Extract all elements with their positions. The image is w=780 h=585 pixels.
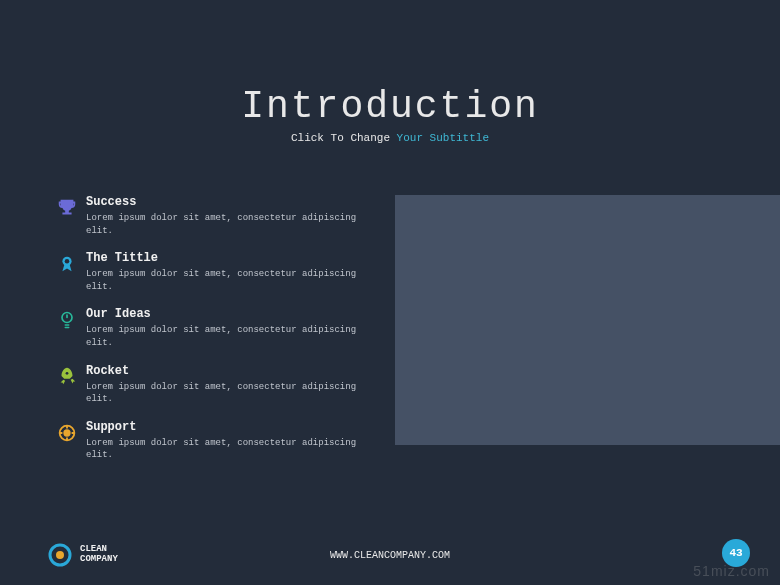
svg-point-1 [65, 259, 70, 264]
item-text: The Tittle Lorem ipsum dolor sit amet, c… [86, 251, 368, 293]
item-desc: Lorem ipsum dolor sit amet, consectetur … [86, 324, 368, 349]
image-placeholder[interactable] [395, 195, 780, 445]
item-title: Our Ideas [86, 307, 368, 321]
item-desc: Lorem ipsum dolor sit amet, consectetur … [86, 437, 368, 462]
item-title: Success [86, 195, 368, 209]
list-item: Rocket Lorem ipsum dolor sit amet, conse… [48, 364, 368, 406]
item-text: Success Lorem ipsum dolor sit amet, cons… [86, 195, 368, 237]
item-desc: Lorem ipsum dolor sit amet, consectetur … [86, 381, 368, 406]
item-text: Our Ideas Lorem ipsum dolor sit amet, co… [86, 307, 368, 349]
support-icon [48, 420, 86, 444]
svg-point-7 [56, 551, 64, 559]
item-desc: Lorem ipsum dolor sit amet, consectetur … [86, 212, 368, 237]
ribbon-icon [48, 251, 86, 275]
item-text: Support Lorem ipsum dolor sit amet, cons… [86, 420, 368, 462]
brand-text: CLEAN COMPANY [80, 545, 118, 565]
item-title: Support [86, 420, 368, 434]
list-item: The Tittle Lorem ipsum dolor sit amet, c… [48, 251, 368, 293]
footer: CLEAN COMPANY WWW.CLEANCOMPANY.COM 43 [0, 527, 780, 567]
trophy-icon [48, 195, 86, 219]
footer-url: WWW.CLEANCOMPANY.COM [330, 550, 450, 561]
item-text: Rocket Lorem ipsum dolor sit amet, conse… [86, 364, 368, 406]
page-title: Introduction [0, 85, 780, 128]
svg-point-3 [66, 372, 69, 375]
rocket-icon [48, 364, 86, 388]
item-desc: Lorem ipsum dolor sit amet, consectetur … [86, 268, 368, 293]
item-title: Rocket [86, 364, 368, 378]
header: Introduction Click To Change Your Subtit… [0, 0, 780, 144]
list-item: Support Lorem ipsum dolor sit amet, cons… [48, 420, 368, 462]
svg-point-5 [64, 430, 70, 436]
subtitle-prefix: Click To Change [291, 132, 397, 144]
subtitle-accent: Your Subtittle [397, 132, 489, 144]
brand-logo: CLEAN COMPANY [48, 543, 118, 567]
page-number-badge: 43 [722, 539, 750, 567]
brand-line2: COMPANY [80, 555, 118, 565]
item-title: The Tittle [86, 251, 368, 265]
bulb-icon [48, 307, 86, 331]
list-item: Our Ideas Lorem ipsum dolor sit amet, co… [48, 307, 368, 349]
subtitle[interactable]: Click To Change Your Subtittle [0, 132, 780, 144]
feature-list: Success Lorem ipsum dolor sit amet, cons… [48, 195, 368, 476]
list-item: Success Lorem ipsum dolor sit amet, cons… [48, 195, 368, 237]
logo-icon [48, 543, 72, 567]
